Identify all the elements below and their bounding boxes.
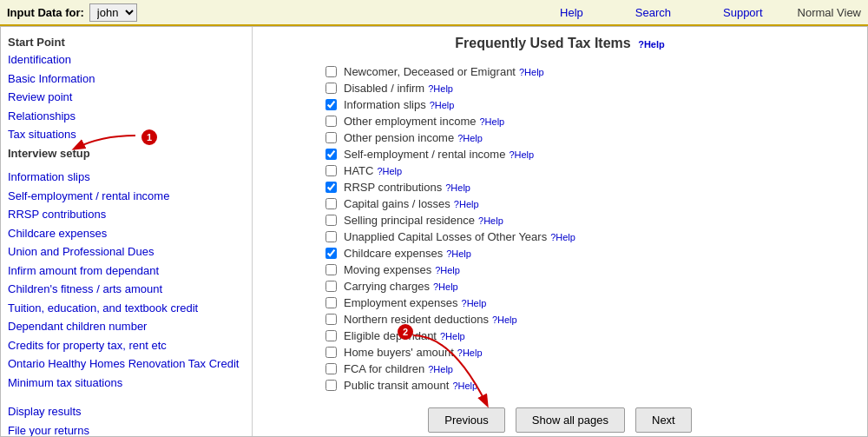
sidebar-section-link-information-slips[interactable]: Information slips [8, 168, 245, 187]
sidebar-bottom-link-file-returns[interactable]: File your returns [8, 421, 245, 437]
list-item: Northern resident deductions?Help [326, 311, 794, 328]
item-help-unapplied-capital[interactable]: ?Help [550, 232, 575, 242]
item-help-self-employment[interactable]: ?Help [509, 149, 534, 160]
checkbox-childcare[interactable] [326, 248, 337, 259]
item-label-newcomer: Newcomer, Deceased or Emigrant [344, 65, 516, 78]
list-item: Newcomer, Deceased or Emigrant?Help [326, 63, 794, 80]
checkbox-newcomer[interactable] [326, 66, 337, 77]
title-help-link[interactable]: ?Help [638, 39, 665, 50]
item-help-hatc[interactable]: ?Help [377, 166, 402, 176]
checkbox-capital-gains[interactable] [326, 198, 337, 209]
checkbox-home-buyers[interactable] [326, 347, 337, 358]
sidebar-bottom-link-display-results[interactable]: Display results [8, 402, 245, 421]
checkbox-northern-resident[interactable] [326, 314, 337, 325]
checkbox-disabled[interactable] [326, 83, 337, 94]
item-help-selling-principal[interactable]: ?Help [478, 215, 503, 226]
sidebar-section-link-minimum-tax[interactable]: Minimum tax situations [8, 374, 245, 393]
sidebar-section-link-dependant-children[interactable]: Dependant children number [8, 317, 245, 336]
list-item: HATC?Help [326, 162, 794, 179]
item-help-disabled[interactable]: ?Help [428, 83, 453, 94]
show-all-pages-button[interactable]: Show all pages [516, 407, 625, 433]
sidebar-link-tax-situations[interactable]: Tax situations [8, 125, 245, 144]
item-label-self-employment: Self-employment / rental income [344, 148, 505, 161]
sidebar-link-review-point[interactable]: Review point [8, 88, 245, 107]
sidebar-section-link-self-employment[interactable]: Self-employment / rental income [8, 187, 245, 206]
nav-links: IdentificationBasic InformationReview po… [8, 50, 245, 162]
item-help-public-transit[interactable]: ?Help [452, 381, 477, 391]
sidebar-section-link-credits-property[interactable]: Credits for property tax, rent etc [8, 336, 245, 355]
item-label-fca: FCA for children [344, 362, 424, 375]
list-item: Self-employment / rental income?Help [326, 146, 794, 162]
item-help-other-pension[interactable]: ?Help [457, 133, 483, 143]
support-link[interactable]: Support [723, 6, 763, 19]
item-label-home-buyers: Home buyers' amount [344, 346, 454, 359]
item-help-northern-resident[interactable]: ?Help [492, 315, 517, 325]
item-help-rrsp[interactable]: ?Help [445, 182, 470, 193]
checkbox-info-slips[interactable] [326, 99, 337, 110]
checkbox-eligible-dependant[interactable] [326, 330, 337, 341]
item-help-fca[interactable]: ?Help [428, 364, 453, 374]
sidebar-section-link-union-dues[interactable]: Union and Professional Dues [8, 242, 245, 262]
checkbox-hatc[interactable] [326, 165, 337, 176]
item-help-childcare[interactable]: ?Help [446, 248, 471, 259]
sidebar-link-relationships[interactable]: Relationships [8, 107, 245, 126]
item-help-moving[interactable]: ?Help [435, 265, 460, 275]
help-link[interactable]: Help [560, 6, 583, 19]
main-content: Frequently Used Tax Items ?Help Newcomer… [253, 27, 867, 436]
checkbox-carrying[interactable] [326, 281, 337, 292]
item-help-employment-expenses[interactable]: ?Help [462, 298, 487, 308]
sidebar-section-link-rrsp[interactable]: RRSP contributions [8, 205, 245, 224]
list-item: Eligible dependant?Help [326, 328, 794, 344]
top-bar: Input Data for: john Help Search Support… [0, 0, 868, 26]
section-links: Information slipsSelf-employment / renta… [8, 168, 245, 392]
checkbox-other-pension[interactable] [326, 132, 337, 143]
sidebar-section-link-infirm-amount[interactable]: Infirm amount from dependant [8, 262, 245, 281]
sidebar-section-link-childcare[interactable]: Childcare expenses [8, 224, 245, 243]
item-label-carrying: Carrying charges [344, 280, 430, 293]
item-label-rrsp: RRSP contributions [344, 181, 442, 194]
search-link[interactable]: Search [635, 6, 671, 19]
list-item: Capital gains / losses?Help [326, 195, 794, 212]
checkbox-self-employment[interactable] [326, 149, 337, 160]
user-select[interactable]: john [89, 3, 137, 22]
checkbox-employment-expenses[interactable] [326, 297, 337, 308]
previous-button[interactable]: Previous [428, 407, 505, 433]
sidebar-section-link-childrens-fitness[interactable]: Children's fitness / arts amount [8, 280, 245, 299]
top-nav: Help Search Support [560, 6, 763, 19]
checkbox-moving[interactable] [326, 264, 337, 275]
checkbox-fca[interactable] [326, 363, 337, 374]
item-label-childcare: Childcare expenses [344, 247, 443, 260]
items-list: Newcomer, Deceased or Emigrant?HelpDisab… [326, 63, 794, 394]
checkbox-other-employment[interactable] [326, 116, 337, 127]
item-label-capital-gains: Capital gains / losses [344, 197, 450, 210]
item-help-home-buyers[interactable]: ?Help [457, 348, 483, 358]
item-label-northern-resident: Northern resident deductions [344, 313, 489, 326]
item-label-unapplied-capital: Unapplied Capital Losses of Other Years [344, 230, 547, 243]
item-help-info-slips[interactable]: ?Help [430, 100, 455, 110]
item-help-newcomer[interactable]: ?Help [519, 67, 544, 77]
item-help-carrying[interactable]: ?Help [433, 281, 458, 292]
checkbox-rrsp[interactable] [326, 182, 337, 193]
sidebar-link-interview-setup[interactable]: Interview setup [8, 144, 245, 163]
next-button[interactable]: Next [635, 407, 692, 433]
list-item: Home buyers' amount?Help [326, 344, 794, 361]
sidebar-link-basic-information[interactable]: Basic Information [8, 70, 245, 89]
sidebar-section-link-tuition[interactable]: Tuition, education, and textbook credit [8, 299, 245, 318]
item-label-public-transit: Public transit amount [344, 379, 449, 392]
checkbox-public-transit[interactable] [326, 380, 337, 391]
item-label-info-slips: Information slips [344, 98, 426, 111]
checkbox-selling-principal[interactable] [326, 215, 337, 226]
start-point-header: Start Point [8, 36, 245, 49]
item-label-selling-principal: Selling principal residence [344, 214, 475, 227]
item-help-capital-gains[interactable]: ?Help [454, 199, 479, 209]
list-item: Other employment income?Help [326, 113, 794, 129]
sidebar-link-identification[interactable]: Identification [8, 50, 245, 70]
checkbox-unapplied-capital[interactable] [326, 231, 337, 242]
item-help-other-employment[interactable]: ?Help [479, 116, 504, 127]
sidebar-section-link-ontario-healthy[interactable]: Ontario Healthy Homes Renovation Tax Cre… [8, 354, 245, 374]
list-item: Employment expenses?Help [326, 295, 794, 311]
item-help-eligible-dependant[interactable]: ?Help [440, 331, 465, 341]
footer-buttons: Previous Show all pages Next [270, 407, 850, 436]
list-item: Childcare expenses?Help [326, 245, 794, 262]
normal-view-label: Normal View [798, 6, 861, 19]
